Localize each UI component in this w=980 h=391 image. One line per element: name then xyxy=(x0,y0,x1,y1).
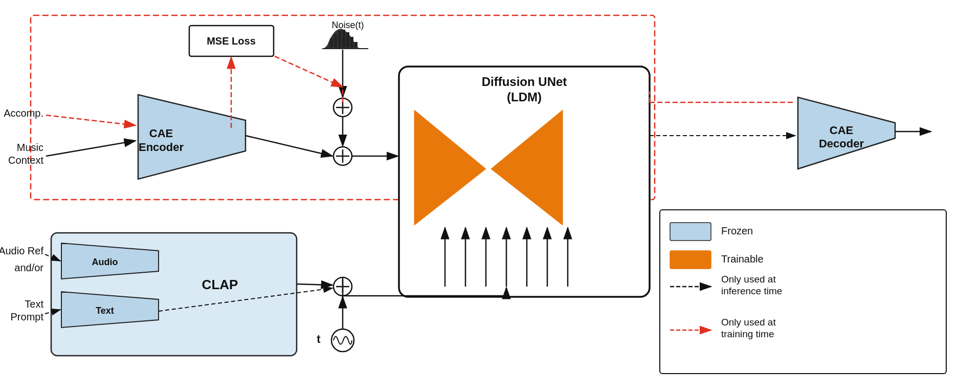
and-or-label: and/or xyxy=(14,262,43,273)
music-context-label-1: Music xyxy=(17,142,43,153)
legend-frozen-label: Frozen xyxy=(721,225,753,236)
legend-inference-label-1: Only used at xyxy=(721,274,776,285)
legend-training-label-2: training time xyxy=(721,329,774,339)
cae-decoder-label-2: Decoder xyxy=(819,137,864,150)
legend-frozen-swatch xyxy=(670,223,711,241)
text-label: Text xyxy=(96,306,114,316)
svg-rect-5 xyxy=(330,38,333,48)
diffusion-unet-label-2: (LDM) xyxy=(507,90,542,104)
audio-label: Audio xyxy=(92,257,118,267)
legend-training-label-1: Only used at xyxy=(721,317,776,328)
legend-trainable-label: Trainable xyxy=(721,253,764,265)
mse-loss-label: MSE Loss xyxy=(207,35,256,47)
noise-label: Noise(t) xyxy=(331,20,364,30)
svg-rect-11 xyxy=(354,42,358,48)
svg-rect-10 xyxy=(350,37,353,48)
svg-rect-8 xyxy=(342,30,345,48)
legend-trainable-swatch xyxy=(670,251,711,269)
svg-rect-7 xyxy=(338,31,341,48)
clap-label: CLAP xyxy=(202,277,238,292)
accomp-label: Accomp. xyxy=(4,107,43,119)
svg-rect-6 xyxy=(334,34,337,48)
text-prompt-label-2: Prompt xyxy=(11,311,44,322)
t-label: t xyxy=(317,333,321,345)
audio-ref-label: Audio Ref xyxy=(0,245,43,256)
diffusion-unet-label-1: Diffusion UNet xyxy=(482,75,567,89)
cae-decoder-label-1: CAE xyxy=(830,124,853,137)
architecture-diagram: CAE Encoder CAE Decoder Diffusion UNet (… xyxy=(0,0,980,391)
svg-rect-9 xyxy=(346,32,349,48)
legend-inference-label-2: inference time xyxy=(721,286,782,296)
cae-encoder-label-1: CAE xyxy=(149,127,173,140)
text-prompt-label-1: Text xyxy=(25,298,43,310)
cae-encoder-label-2: Encoder xyxy=(139,141,184,154)
music-context-label-2: Context xyxy=(8,155,43,166)
